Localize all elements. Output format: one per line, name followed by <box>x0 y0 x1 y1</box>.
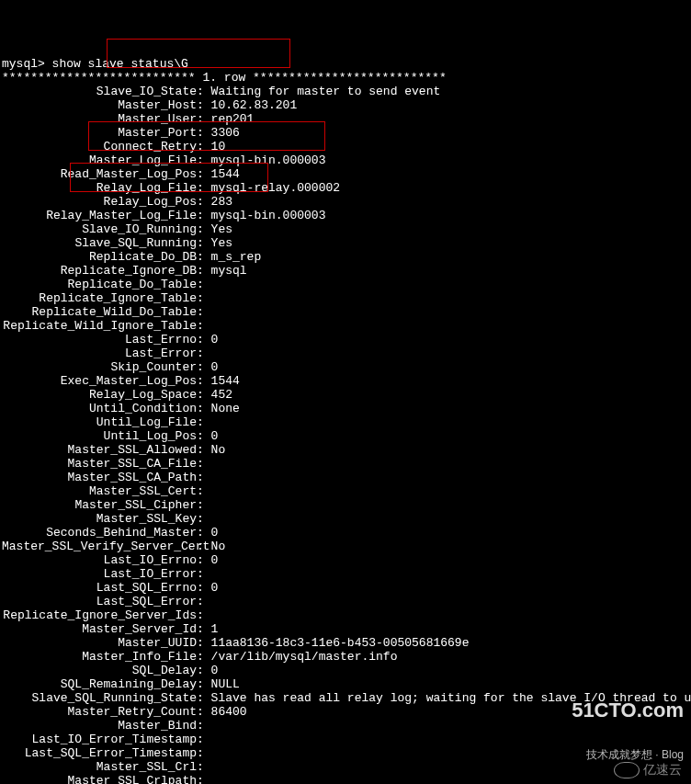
field-key: Master_SSL_Key <box>2 512 197 526</box>
field-sep: : <box>197 719 211 733</box>
field-key: Last_Error <box>2 347 197 360</box>
field-Master_Info_File: Master_Info_File: /var/lib/mysql/master.… <box>2 650 689 664</box>
field-key: Master_SSL_CA_Path <box>2 471 197 484</box>
row-separator: *************************** 1. row *****… <box>2 71 689 85</box>
field-val: 0 <box>211 526 219 540</box>
field-sep: : <box>197 760 211 774</box>
field-sep: : <box>197 347 211 360</box>
field-sep: : <box>197 498 211 512</box>
field-key: Exec_Master_Log_Pos <box>2 374 197 388</box>
field-key: Replicate_Ignore_Server_Ids <box>2 608 197 622</box>
field-key: Master_SSL_Crlpath <box>2 774 197 784</box>
field-Last_SQL_Error: Last_SQL_Error: <box>2 595 689 608</box>
field-Replicate_Ignore_Table: Replicate_Ignore_Table: <box>2 291 689 305</box>
field-sep: : <box>197 512 211 526</box>
field-Master_SSL_Verify_Server_Cert: Master_SSL_Verify_Server_Cert: No <box>2 540 689 553</box>
field-val: 0 <box>211 429 219 443</box>
field-sep: : <box>197 457 211 471</box>
field-key: Relay_Log_File <box>2 181 197 195</box>
field-sep: : <box>197 278 211 291</box>
field-key: Master_Log_File <box>2 153 197 167</box>
field-key: Replicate_Ignore_DB <box>2 264 197 278</box>
field-Last_Errno: Last_Errno: 0 <box>2 333 689 347</box>
field-val: 0 <box>211 333 219 347</box>
field-sep: : <box>197 112 211 126</box>
field-key: Master_UUID <box>2 636 197 650</box>
field-sep: : <box>197 402 211 415</box>
field-key: Relay_Master_Log_File <box>2 209 197 222</box>
field-val: No <box>211 443 226 457</box>
watermark-yisu: 亿速云 <box>606 748 682 778</box>
field-sep: : <box>197 140 211 153</box>
field-key: Slave_SQL_Running_State <box>2 691 197 705</box>
field-sep: : <box>197 540 211 553</box>
field-val: mysql-relay.000002 <box>211 181 340 195</box>
field-sep: : <box>197 471 211 484</box>
field-key: Until_Log_File <box>2 415 197 429</box>
field-sep: : <box>197 595 211 608</box>
field-key: Replicate_Do_DB <box>2 250 197 264</box>
field-Master_Log_File: Master_Log_File: mysql-bin.000003 <box>2 153 689 167</box>
field-key: SQL_Remaining_Delay <box>2 677 197 691</box>
field-val: 0 <box>211 664 219 677</box>
field-sep: : <box>197 553 211 567</box>
field-key: Master_SSL_Cipher <box>2 498 197 512</box>
field-Replicate_Ignore_Server_Ids: Replicate_Ignore_Server_Ids: <box>2 608 689 622</box>
field-key: Master_Server_Id <box>2 622 197 636</box>
field-Connect_Retry: Connect_Retry: 10 <box>2 140 689 153</box>
field-key: SQL_Delay <box>2 664 197 677</box>
field-val: NULL <box>211 677 240 691</box>
field-val: 0 <box>211 553 219 567</box>
field-sep: : <box>197 429 211 443</box>
field-sep: : <box>197 733 211 746</box>
field-val: Yes <box>211 222 232 236</box>
field-val: 283 <box>211 195 232 209</box>
field-key: Master_Retry_Count <box>2 705 197 719</box>
field-key: Until_Condition <box>2 402 197 415</box>
field-sep: : <box>197 209 211 222</box>
mysql-prompt: mysql> show slave status\G <box>2 57 689 71</box>
field-key: Last_SQL_Errno <box>2 581 197 595</box>
field-sep: : <box>197 705 211 719</box>
field-key: Master_User <box>2 112 197 126</box>
field-Master_SSL_Key: Master_SSL_Key: <box>2 512 689 526</box>
field-key: Master_Info_File <box>2 650 197 664</box>
field-Master_SSL_Allowed: Master_SSL_Allowed: No <box>2 443 689 457</box>
field-val: 0 <box>211 581 219 595</box>
field-key: Slave_SQL_Running <box>2 236 197 250</box>
field-key: Connect_Retry <box>2 140 197 153</box>
field-key: Master_SSL_Verify_Server_Cert <box>2 540 197 553</box>
field-Master_Host: Master_Host: 10.62.83.201 <box>2 98 689 112</box>
field-key: Master_SSL_Cert <box>2 484 197 498</box>
field-val: m_s_rep <box>211 250 262 264</box>
field-key: Replicate_Ignore_Table <box>2 291 197 305</box>
field-val: 0 <box>211 360 219 374</box>
field-key: Last_IO_Errno <box>2 553 197 567</box>
watermark-brand: 51CTO.com <box>572 703 684 718</box>
field-key: Skip_Counter <box>2 360 197 374</box>
field-key: Master_SSL_Crl <box>2 760 197 774</box>
field-Master_Port: Master_Port: 3306 <box>2 126 689 140</box>
field-val: Yes <box>211 236 232 250</box>
field-Slave_SQL_Running: Slave_SQL_Running: Yes <box>2 236 689 250</box>
field-sep: : <box>197 85 211 98</box>
field-Last_Error: Last_Error: <box>2 347 689 360</box>
field-sep: : <box>197 636 211 650</box>
field-key: Slave_IO_Running <box>2 222 197 236</box>
field-Replicate_Do_DB: Replicate_Do_DB: m_s_rep <box>2 250 689 264</box>
field-Relay_Master_Log_File: Relay_Master_Log_File: mysql-bin.000003 <box>2 209 689 222</box>
field-Last_IO_Errno: Last_IO_Errno: 0 <box>2 553 689 567</box>
field-sep: : <box>197 264 211 278</box>
field-val: mysql-bin.000003 <box>211 209 326 222</box>
field-sep: : <box>197 181 211 195</box>
field-Skip_Counter: Skip_Counter: 0 <box>2 360 689 374</box>
field-key: Last_SQL_Error_Timestamp <box>2 746 197 760</box>
field-sep: : <box>197 305 211 319</box>
field-sep: : <box>197 167 211 181</box>
field-sep: : <box>197 581 211 595</box>
field-key: Seconds_Behind_Master <box>2 526 197 540</box>
field-key: Replicate_Wild_Ignore_Table <box>2 319 197 333</box>
field-Exec_Master_Log_Pos: Exec_Master_Log_Pos: 1544 <box>2 374 689 388</box>
field-Slave_IO_State: Slave_IO_State: Waiting for master to se… <box>2 85 689 98</box>
field-key: Last_IO_Error_Timestamp <box>2 733 197 746</box>
